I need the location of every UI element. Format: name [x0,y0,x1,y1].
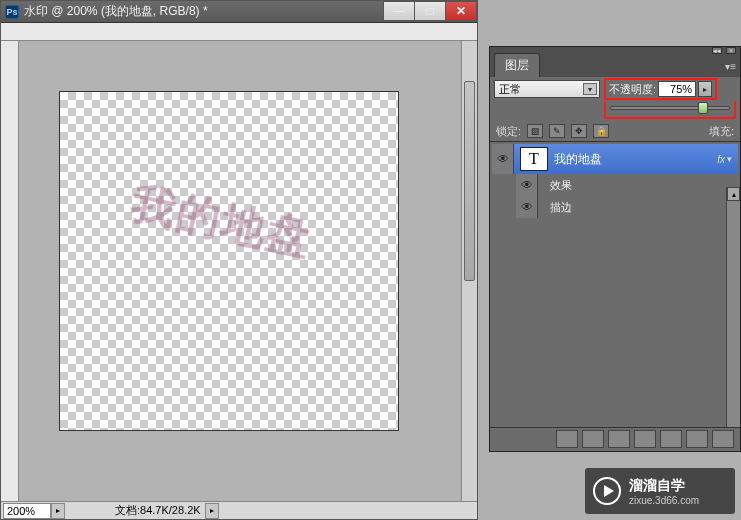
tab-layers[interactable]: 图层 [494,53,540,77]
opacity-flyout-arrow[interactable]: ▸ [698,81,712,97]
eye-icon: 👁 [521,178,533,192]
minimize-button[interactable]: — [383,1,415,21]
layer-name[interactable]: 我的地盘 [554,151,717,168]
layer-effect-row[interactable]: 👁 效果 [492,174,738,196]
layer-style-icon[interactable] [582,430,604,448]
delete-layer-icon[interactable] [712,430,734,448]
canvas-viewport[interactable]: 我的地盘 [19,41,459,501]
ruler-vertical[interactable] [1,41,19,501]
opacity-slider-highlight [604,101,736,119]
opacity-slider-track[interactable] [610,106,730,110]
eye-icon: 👁 [521,200,533,214]
document-titlebar[interactable]: Ps 水印 @ 200% (我的地盘, RGB/8) * — □ ✕ [1,1,477,23]
window-controls: — □ ✕ [384,1,477,21]
panel-menu-icon[interactable]: ▾≡ [725,61,736,72]
maximize-button[interactable]: □ [414,1,446,21]
canvas-transparency-grid: 我的地盘 [59,91,399,431]
layers-panel: ◂◂ × 图层 ▾≡ 正常 ▾ 不透明度: 75% ▸ 锁定: ▨ ✎ ✥ 🔒 … [489,46,741,452]
layers-panel-footer [490,427,740,449]
lock-row: 锁定: ▨ ✎ ✥ 🔒 填充: [490,121,740,141]
adjustment-layer-icon[interactable] [634,430,656,448]
zoom-input[interactable]: 200% [3,503,51,519]
scrollbar-vertical-thumb[interactable] [464,81,475,281]
effect-visibility-toggle[interactable]: 👁 [516,174,538,196]
layer-visibility-toggle[interactable]: 👁 [492,144,514,174]
fill-label: 填充: [709,124,734,139]
effect-visibility-toggle[interactable]: 👁 [516,196,538,218]
chevron-down-icon[interactable]: ▾ [727,154,732,164]
lock-label: 锁定: [496,124,521,139]
lock-position-icon[interactable]: ✥ [571,124,587,138]
scrollbar-vertical[interactable] [461,41,477,501]
zoom-dropdown-arrow[interactable]: ▸ [51,503,65,519]
opacity-label: 不透明度: [609,82,656,97]
close-button[interactable]: ✕ [445,1,477,21]
document-info: 文档:84.7K/28.2K [115,503,201,518]
status-bar: 200% ▸ 文档:84.7K/28.2K ▸ [1,501,477,519]
layer-mask-icon[interactable] [608,430,630,448]
brand-overlay: 溜溜自学 zixue.3d66.com [585,468,735,514]
lock-brush-icon[interactable]: ✎ [549,124,565,138]
ruler-horizontal[interactable] [1,23,477,41]
new-layer-icon[interactable] [686,430,708,448]
lock-transparent-pixels-icon[interactable]: ▨ [527,124,543,138]
group-layers-icon[interactable] [660,430,682,448]
panel-scrollbar-vertical[interactable]: ▴ [726,187,740,427]
opacity-input[interactable]: 75% [658,81,696,97]
panel-close-icon[interactable]: × [726,47,736,54]
scroll-up-arrow-icon[interactable]: ▴ [727,187,740,201]
document-title: 水印 @ 200% (我的地盘, RGB/8) * [24,3,208,20]
document-info-menu-arrow[interactable]: ▸ [205,503,219,519]
effect-label: 效果 [550,178,572,193]
panel-tabs: 图层 ▾≡ [490,55,740,77]
blend-mode-value: 正常 [499,82,521,97]
photoshop-icon: Ps [5,5,19,19]
layer-effect-row[interactable]: 👁 描边 [492,196,738,218]
layer-thumbnail-text-icon[interactable]: T [520,147,548,171]
opacity-control-highlight: 不透明度: 75% ▸ [604,78,717,100]
document-window: Ps 水印 @ 200% (我的地盘, RGB/8) * — □ ✕ 我的地盘 … [0,0,478,520]
play-icon [593,477,621,505]
eye-icon: 👁 [497,152,509,166]
chevron-down-icon: ▾ [583,83,597,95]
brand-subtitle: zixue.3d66.com [629,495,699,506]
link-layers-icon[interactable] [556,430,578,448]
brand-title: 溜溜自学 [629,477,699,495]
opacity-slider-thumb[interactable] [698,102,708,114]
layer-row[interactable]: 👁 T 我的地盘 fx ▾ [492,144,738,174]
effect-label: 描边 [550,200,572,215]
panel-collapse-left-icon[interactable]: ◂◂ [712,47,722,54]
blend-mode-select[interactable]: 正常 ▾ [494,80,600,98]
layer-fx-badge[interactable]: fx [717,154,725,165]
layers-list: 👁 T 我的地盘 fx ▾ 👁 效果 👁 描边 [490,141,740,451]
watermark-text-layer[interactable]: 我的地盘 [126,174,318,270]
lock-all-icon[interactable]: 🔒 [593,124,609,138]
blend-opacity-row: 正常 ▾ 不透明度: 75% ▸ [490,77,740,101]
